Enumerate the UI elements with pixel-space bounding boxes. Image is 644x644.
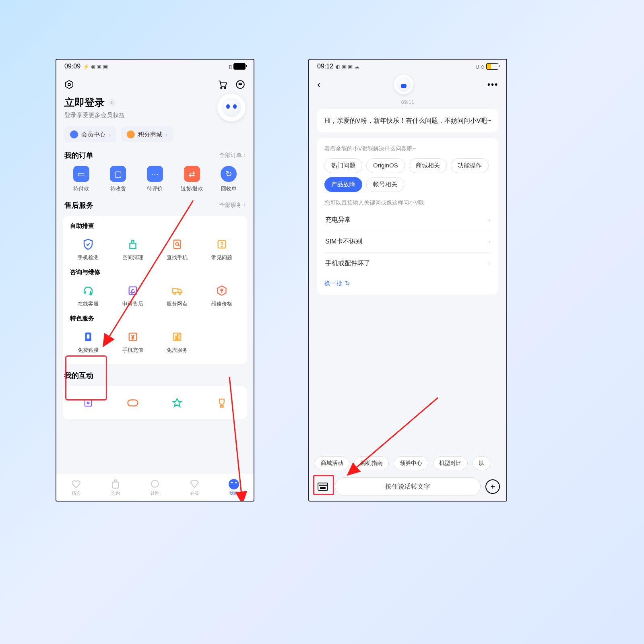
order-pending-pay[interactable]: ▭待付款 (63, 166, 100, 192)
chip-originos[interactable]: OriginOS (366, 158, 405, 173)
chevron-right-icon: › (488, 238, 490, 245)
interact-1[interactable] (66, 392, 111, 417)
refresh-button[interactable]: 换一批↻ (324, 280, 491, 287)
status-icons-left: ◐ ▣ ▣ ☁ (336, 64, 359, 70)
q-broken[interactable]: 手机或配件坏了› (324, 252, 491, 274)
interact-4[interactable] (200, 392, 244, 417)
tab-community[interactable]: 社区 (135, 479, 175, 496)
svg-point-1 (68, 83, 70, 86)
bag-icon (110, 479, 121, 489)
free-film[interactable]: 免费贴膜 (66, 326, 111, 358)
search-icon (170, 237, 184, 252)
interact-title: 我的互动 (64, 371, 93, 380)
chat-icon: ⋯ (147, 166, 163, 182)
chat-avatar[interactable] (394, 75, 413, 94)
apply-service[interactable]: 申请售后 (111, 279, 155, 312)
svg-point-9 (221, 246, 222, 247)
bot-icon (396, 77, 411, 92)
suggestion-row: 商城活动 购机指南 领券中心 机型对比 以 (309, 456, 506, 470)
online-service[interactable]: 在线客服 (66, 279, 111, 312)
order-refund[interactable]: ⇄退货/退款 (173, 166, 211, 192)
sug-guide[interactable]: 购机指南 (354, 456, 389, 470)
chip-fault[interactable]: 产品故障 (324, 177, 362, 192)
keyboard-toggle[interactable] (316, 479, 330, 494)
settings-icon[interactable] (64, 80, 74, 89)
wallet-icon: ▭ (73, 166, 89, 182)
svg-point-2 (221, 87, 222, 89)
tab-member[interactable]: 会员 (175, 479, 214, 496)
wrench-icon (126, 283, 140, 298)
chip-row: 热门问题 OriginOS 商城相关 功能操作 产品故障 帐号相关 (324, 158, 491, 192)
service-more[interactable]: 全部服务 › (219, 202, 246, 209)
face-icon (229, 479, 239, 489)
chevron-right-icon: › (488, 260, 490, 266)
service-center[interactable]: 服务网点 (155, 279, 200, 312)
svg-point-14 (179, 293, 181, 295)
sim-icon: ▯ (229, 64, 232, 70)
svg-rect-11 (129, 287, 136, 295)
phone-check[interactable]: 手机检测 (66, 233, 111, 265)
free-data[interactable]: 免流服务 (155, 326, 200, 358)
avatar[interactable] (217, 93, 246, 122)
swap-icon: ⇄ (184, 166, 200, 182)
sug-more[interactable]: 以 (473, 456, 490, 470)
repair-price[interactable]: 维修价格 (200, 279, 244, 312)
refresh-icon: ↻ (221, 166, 237, 182)
cart-icon[interactable] (217, 79, 228, 90)
orders-more[interactable]: 全部订单 › (219, 152, 246, 159)
more-button[interactable]: ••• (487, 80, 498, 89)
pill-icon (126, 396, 140, 410)
chip-hot[interactable]: 热门问题 (324, 158, 362, 173)
pill-member[interactable]: 会员中心› (64, 126, 116, 142)
orders-section: 我的订单全部订单 › ▭待付款 ▢待收货 ⋯待评价 ⇄退货/退款 ↻回收单 (63, 151, 247, 192)
login-block[interactable]: 立即登录› 登录享受更多会员权益 (56, 96, 254, 119)
tab-mine[interactable]: 我的 (214, 479, 254, 496)
tab-featured[interactable]: 精选 (56, 479, 96, 496)
diamond-icon (70, 130, 78, 138)
status-bar: 09:09⚡ ◉ ▣ ▣ ▯ (56, 60, 254, 73)
tab-shop[interactable]: 选购 (96, 479, 135, 496)
back-button[interactable]: ‹ (317, 79, 320, 90)
interact-2[interactable] (111, 392, 155, 417)
plus-button[interactable]: + (485, 479, 500, 494)
phone-icon (81, 330, 95, 344)
diamond-tab-icon (189, 479, 200, 489)
topup[interactable]: 手机充值 (111, 326, 155, 358)
sug-compare[interactable]: 机型对比 (433, 456, 468, 470)
status-icons-left: ⚡ ◉ ▣ ▣ (83, 64, 108, 70)
interact-card (63, 386, 247, 419)
svg-rect-32 (318, 483, 328, 490)
order-pending-recv[interactable]: ▢待收货 (100, 166, 137, 192)
faq[interactable]: 常见问题 (200, 233, 244, 265)
sug-coupon[interactable]: 领券中心 (394, 456, 428, 470)
voice-input[interactable]: 按住说话转文字 (335, 477, 481, 496)
status-bar: 09:12◐ ▣ ▣ ☁ ▯◇ (309, 60, 506, 73)
svg-rect-37 (320, 487, 325, 489)
interact-section: 我的互动 (63, 371, 247, 386)
order-review[interactable]: ⋯待评价 (136, 166, 173, 192)
message-icon[interactable] (235, 79, 246, 90)
headset-icon (81, 283, 95, 298)
svg-rect-22 (85, 400, 91, 406)
find-phone[interactable]: 查找手机 (155, 233, 200, 265)
service-title: 售后服务 (64, 200, 93, 210)
q-sim[interactable]: SIM卡不识别› (324, 231, 491, 252)
note-icon (81, 396, 95, 410)
cleanup[interactable]: 空间清理 (111, 233, 155, 265)
pill-points[interactable]: 积分商城› (121, 126, 173, 142)
chip-account[interactable]: 帐号相关 (366, 177, 404, 192)
question-card: 看看全能的小V都能解决什么问题吧~ 热门问题 OriginOS 商城相关 功能操… (317, 138, 498, 295)
star-icon (127, 130, 135, 138)
svg-rect-21 (178, 334, 179, 340)
chat-bubble-greeting: Hi，亲爱的V粉，新年快乐！有什么问题，不妨问问小V吧~ (317, 109, 498, 132)
interact-3[interactable] (155, 392, 200, 417)
bubble-icon (150, 479, 160, 489)
chip-function[interactable]: 功能操作 (451, 158, 489, 173)
chip-mall[interactable]: 商城相关 (409, 158, 447, 173)
order-recycle[interactable]: ↻回收单 (210, 166, 247, 192)
login-title: 立即登录 (64, 96, 105, 109)
svg-marker-25 (173, 399, 182, 407)
q-charging[interactable]: 充电异常› (324, 209, 491, 231)
sug-activity[interactable]: 商城活动 (315, 456, 349, 470)
phone-left: 09:09⚡ ◉ ▣ ▣ ▯ 立即登录› 登录享受更多会员权益 会员中心› 积分… (56, 59, 254, 502)
